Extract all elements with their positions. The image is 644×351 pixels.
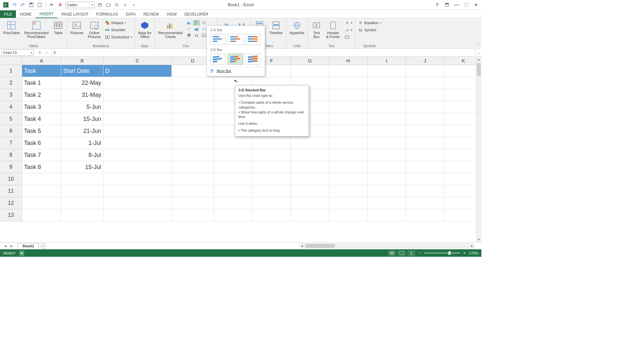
scroll-up-icon[interactable]: ▲ bbox=[476, 57, 481, 62]
tab-insert[interactable]: INSERT bbox=[35, 10, 58, 18]
row-header[interactable]: 4 bbox=[0, 101, 22, 113]
more-bar-charts-option[interactable]: More Bar bbox=[207, 67, 265, 75]
cell[interactable] bbox=[22, 185, 61, 197]
column-header[interactable]: C bbox=[103, 57, 172, 65]
cell[interactable] bbox=[291, 209, 329, 221]
cell[interactable] bbox=[329, 65, 368, 77]
cell[interactable] bbox=[406, 65, 444, 77]
cell[interactable] bbox=[368, 185, 406, 197]
cell[interactable] bbox=[214, 209, 252, 221]
cell[interactable] bbox=[406, 125, 444, 137]
cell[interactable] bbox=[368, 89, 406, 101]
open-icon[interactable] bbox=[105, 2, 112, 8]
macro-record-icon[interactable] bbox=[20, 251, 24, 255]
object-button[interactable] bbox=[344, 34, 353, 40]
select-all-corner[interactable] bbox=[0, 57, 22, 65]
cell[interactable]: 15-Jun bbox=[61, 113, 103, 125]
cell[interactable] bbox=[368, 161, 406, 173]
undo-icon[interactable] bbox=[11, 2, 18, 8]
tab-review[interactable]: REVIEW bbox=[140, 10, 163, 18]
insert-pie-chart-button[interactable] bbox=[186, 32, 192, 38]
cell[interactable] bbox=[214, 161, 252, 173]
cell[interactable] bbox=[103, 101, 172, 113]
row-header[interactable]: 10 bbox=[0, 173, 22, 185]
cell[interactable] bbox=[214, 173, 252, 185]
row-header[interactable]: 13 bbox=[0, 209, 22, 221]
hyperlink-button[interactable]: Hyperlink bbox=[288, 20, 306, 35]
cell[interactable] bbox=[252, 197, 291, 209]
cell[interactable]: D bbox=[103, 65, 172, 77]
cell[interactable] bbox=[406, 149, 444, 161]
clustered-3d-bar-option[interactable] bbox=[210, 54, 226, 65]
print-preview-icon[interactable] bbox=[114, 2, 120, 8]
cell[interactable] bbox=[172, 209, 214, 221]
cell[interactable]: 31-May bbox=[61, 89, 103, 101]
cancel-formula-icon[interactable]: ✕ bbox=[37, 50, 42, 55]
cell[interactable] bbox=[329, 197, 368, 209]
cell[interactable] bbox=[291, 149, 329, 161]
insert-stock-chart-button[interactable] bbox=[201, 20, 207, 25]
cell[interactable] bbox=[329, 137, 368, 149]
cell[interactable]: Task 8 bbox=[22, 161, 61, 173]
row-header[interactable]: 1 bbox=[0, 65, 22, 77]
cell[interactable] bbox=[406, 173, 444, 185]
cell[interactable] bbox=[329, 89, 368, 101]
excel-icon[interactable]: X bbox=[3, 2, 9, 8]
insert-column-chart-button[interactable] bbox=[186, 20, 192, 25]
cell[interactable] bbox=[368, 65, 406, 77]
zoom-slider[interactable] bbox=[424, 253, 460, 254]
pivottable-button[interactable]: PivotTable bbox=[2, 20, 21, 35]
tab-developer[interactable]: DEVELOPER bbox=[181, 10, 212, 18]
close-icon[interactable]: ✕ bbox=[474, 2, 479, 7]
cell[interactable] bbox=[329, 149, 368, 161]
cell[interactable]: Start Date bbox=[61, 65, 103, 77]
tab-file[interactable]: FILE bbox=[0, 10, 16, 18]
scroll-thumb[interactable] bbox=[477, 63, 481, 76]
stacked-100-3d-bar-option[interactable] bbox=[245, 54, 261, 65]
equation-button[interactable]: πEquation▾ bbox=[357, 20, 382, 26]
cell[interactable] bbox=[406, 185, 444, 197]
sheet-tab-sheet1[interactable]: Sheet1 bbox=[18, 243, 39, 249]
cell[interactable] bbox=[368, 101, 406, 113]
cell[interactable] bbox=[103, 149, 172, 161]
cell[interactable]: Task 2 bbox=[22, 89, 61, 101]
insert-bar-chart-button[interactable] bbox=[193, 20, 200, 25]
cell[interactable] bbox=[329, 209, 368, 221]
textbox-button[interactable]: A Text Box bbox=[310, 20, 323, 39]
row-header[interactable]: 12 bbox=[0, 197, 22, 209]
cell[interactable] bbox=[103, 185, 172, 197]
cell[interactable] bbox=[406, 89, 444, 101]
insert-area-chart-button[interactable] bbox=[193, 26, 200, 32]
cell[interactable] bbox=[172, 125, 214, 137]
cell[interactable]: 21-Jun bbox=[61, 125, 103, 137]
cell[interactable] bbox=[406, 77, 444, 89]
cell[interactable] bbox=[22, 173, 61, 185]
cell[interactable] bbox=[252, 137, 291, 149]
cell[interactable] bbox=[172, 161, 214, 173]
column-header[interactable]: H bbox=[329, 57, 368, 65]
cell[interactable] bbox=[406, 161, 444, 173]
header-footer-button[interactable]: Header & Footer bbox=[325, 20, 341, 39]
cell[interactable] bbox=[368, 137, 406, 149]
cell[interactable] bbox=[252, 149, 291, 161]
cell[interactable]: 1-Jul bbox=[61, 137, 103, 149]
insert-combo-chart-button[interactable] bbox=[193, 32, 200, 38]
cell[interactable] bbox=[172, 89, 214, 101]
cell[interactable]: Task 3 bbox=[22, 101, 61, 113]
cell[interactable] bbox=[103, 173, 172, 185]
maximize-icon[interactable] bbox=[464, 2, 469, 7]
tab-formulas[interactable]: FORMULAS bbox=[92, 10, 122, 18]
cell[interactable] bbox=[329, 101, 368, 113]
cell[interactable]: 22-May bbox=[61, 77, 103, 89]
shapes-button[interactable]: Shapes▾ bbox=[104, 20, 133, 26]
cell[interactable] bbox=[172, 113, 214, 125]
cell[interactable] bbox=[252, 161, 291, 173]
cell[interactable] bbox=[329, 77, 368, 89]
row-header[interactable]: 6 bbox=[0, 125, 22, 137]
cell[interactable]: 5-Jun bbox=[61, 101, 103, 113]
column-header[interactable]: I bbox=[368, 57, 406, 65]
font-color-icon[interactable]: A bbox=[57, 2, 63, 8]
cell[interactable] bbox=[252, 173, 291, 185]
spreadsheet-grid[interactable]: ABCDEFGHIJK 12345678910111213 TaskStart … bbox=[0, 57, 481, 242]
cell[interactable] bbox=[368, 113, 406, 125]
